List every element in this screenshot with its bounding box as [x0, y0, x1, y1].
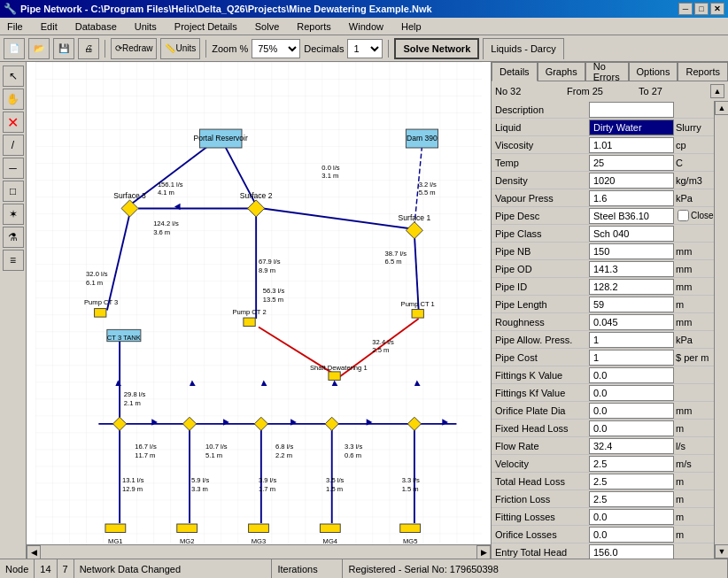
- pipe-desc-value[interactable]: Steel B36.10: [589, 208, 674, 224]
- orifice-losses-label: Orifice Losses: [492, 529, 589, 540]
- menu-solve[interactable]: Solve: [252, 19, 283, 34]
- field-orifice-losses: Orifice Losses 0.0 m: [492, 526, 714, 543]
- save-button[interactable]: 💾: [53, 38, 74, 59]
- flow-rate-value[interactable]: 32.4: [589, 438, 674, 454]
- status-val1: 14: [35, 559, 57, 578]
- orifice-losses-unit: m: [674, 529, 714, 540]
- svg-text:3.6 m: 3.6 m: [153, 228, 170, 236]
- menu-reports[interactable]: Reports: [293, 19, 335, 34]
- select-tool[interactable]: ↖: [3, 66, 24, 87]
- tab-no-errors[interactable]: No Errors: [585, 62, 629, 81]
- scroll-left-button[interactable]: ◀: [27, 545, 41, 559]
- new-button[interactable]: 📄: [4, 38, 25, 59]
- sep3: [388, 40, 389, 58]
- tab-graphs[interactable]: Graphs: [538, 62, 585, 81]
- field-liquid: Liquid Dirty Water Slurry: [492, 119, 714, 136]
- orifice-dia-value[interactable]: 0.0: [589, 403, 674, 419]
- scroll-right-button[interactable]: ▶: [476, 545, 491, 559]
- pipe-od-value[interactable]: 141.3: [589, 261, 674, 277]
- menu-project-details[interactable]: Project Details: [171, 19, 241, 34]
- temp-value[interactable]: 25: [589, 155, 674, 171]
- h-scroll-track[interactable]: [41, 545, 476, 559]
- zoom-select[interactable]: 75% 100% 50%: [252, 39, 300, 58]
- canvas-area[interactable]: Portal Reservoir Dam 390 Surface 3 Surfa…: [27, 62, 491, 559]
- field-roughness: Roughness 0.045 mm: [492, 313, 714, 331]
- redraw-button[interactable]: ⟳ Redraw: [111, 38, 157, 59]
- liquid-value[interactable]: Dirty Water: [589, 119, 674, 135]
- svg-text:6.1 m: 6.1 m: [86, 279, 103, 287]
- vapour-value[interactable]: 1.6: [589, 190, 674, 206]
- solve-network-button[interactable]: Solve Network: [394, 38, 479, 59]
- fixed-head-value[interactable]: 0.0: [589, 420, 674, 436]
- pipe-id-value[interactable]: 128.2: [589, 279, 674, 295]
- svg-rect-39: [95, 309, 106, 318]
- allow-press-value[interactable]: 1: [589, 332, 674, 348]
- entry-head-value[interactable]: 156.0: [589, 544, 674, 559]
- svg-rect-43: [244, 318, 255, 327]
- friction-loss-value[interactable]: 2.5: [589, 491, 674, 507]
- menu-help[interactable]: Help: [398, 19, 425, 34]
- delete-tool[interactable]: ✕: [3, 112, 24, 133]
- flask-tool[interactable]: ⚗: [3, 227, 24, 248]
- svg-text:CT 3 TANK: CT 3 TANK: [107, 334, 141, 342]
- pipe-nb-value[interactable]: 150: [589, 243, 674, 259]
- svg-text:6.8 l/s: 6.8 l/s: [275, 443, 293, 451]
- svg-text:1.7 m: 1.7 m: [259, 485, 275, 493]
- tab-reports[interactable]: Reports: [678, 62, 728, 81]
- svg-text:11.7 m: 11.7 m: [135, 451, 155, 459]
- menu-window[interactable]: Window: [345, 19, 387, 34]
- svg-text:3.1 m: 3.1 m: [321, 172, 338, 180]
- tab-options[interactable]: Options: [629, 62, 678, 81]
- menu-database[interactable]: Database: [72, 19, 120, 34]
- node-tool[interactable]: ✶: [3, 204, 24, 225]
- hand-tool[interactable]: ✋: [3, 89, 24, 110]
- roughness-value[interactable]: 0.045: [589, 314, 674, 330]
- scroll-thumb-area[interactable]: [715, 115, 728, 544]
- svg-rect-54: [105, 524, 126, 533]
- pipe-to: To 27: [639, 86, 710, 96]
- panel-scroll-up[interactable]: ▲: [710, 84, 724, 98]
- fitting-losses-value[interactable]: 0.0: [589, 509, 674, 525]
- pipe-tool[interactable]: /: [3, 135, 24, 156]
- open-button[interactable]: 📂: [28, 38, 50, 59]
- fittings-kf-value[interactable]: 0.0: [589, 385, 674, 401]
- velocity-value[interactable]: 2.5: [589, 456, 674, 472]
- rect-tool[interactable]: □: [3, 181, 24, 202]
- panel-scroll-up-btn[interactable]: ▲: [715, 101, 728, 115]
- viscosity-value[interactable]: 1.01: [589, 137, 674, 153]
- panel-scroll-down-btn[interactable]: ▼: [715, 544, 728, 559]
- tab-details[interactable]: Details: [492, 62, 538, 81]
- minimize-button[interactable]: ─: [678, 3, 693, 15]
- menu-edit[interactable]: Edit: [37, 19, 61, 34]
- close-button[interactable]: ✕: [710, 3, 724, 15]
- pipe-cost-value[interactable]: 1: [589, 350, 674, 366]
- total-head-value[interactable]: 2.5: [589, 474, 674, 489]
- menu-file[interactable]: File: [4, 19, 27, 34]
- print-button[interactable]: 🖨: [78, 38, 99, 59]
- svg-rect-60: [320, 524, 340, 533]
- window-controls[interactable]: ─ □ ✕: [678, 3, 724, 15]
- desc-value[interactable]: [589, 102, 674, 118]
- roughness-unit: mm: [674, 317, 714, 328]
- pipe-cost-unit: $ per m: [674, 352, 714, 363]
- units-button[interactable]: 📏 Units: [160, 38, 200, 59]
- list-tool[interactable]: ≡: [3, 250, 24, 271]
- line-tool[interactable]: ─: [3, 158, 24, 179]
- liquids-darcy-tab[interactable]: Liquids - Darcy: [483, 38, 563, 59]
- maximize-button[interactable]: □: [694, 3, 709, 15]
- h-scrollbar[interactable]: ◀ ▶: [27, 544, 491, 559]
- closed-checkbox[interactable]: [678, 210, 689, 221]
- pipe-class-value[interactable]: Sch 040: [589, 226, 674, 242]
- panel-scrollbar[interactable]: ▲ ▼: [714, 101, 728, 559]
- orifice-losses-value[interactable]: 0.0: [589, 527, 674, 543]
- decimals-select[interactable]: 1 2 0: [347, 39, 383, 58]
- fittings-k-value[interactable]: 0.0: [589, 367, 674, 383]
- vapour-unit: kPa: [674, 193, 714, 204]
- menu-units[interactable]: Units: [131, 19, 160, 34]
- left-toolbar: ↖ ✋ ✕ / ─ □ ✶ ⚗ ≡: [0, 62, 27, 559]
- field-pipe-desc: Pipe Desc Steel B36.10 Closed: [492, 207, 714, 225]
- pipe-length-value[interactable]: 59: [589, 297, 674, 312]
- panel-tabs: Details Graphs No Errors Options Reports: [492, 62, 728, 81]
- svg-text:32.4 l/s: 32.4 l/s: [372, 338, 394, 346]
- density-value[interactable]: 1020: [589, 173, 674, 189]
